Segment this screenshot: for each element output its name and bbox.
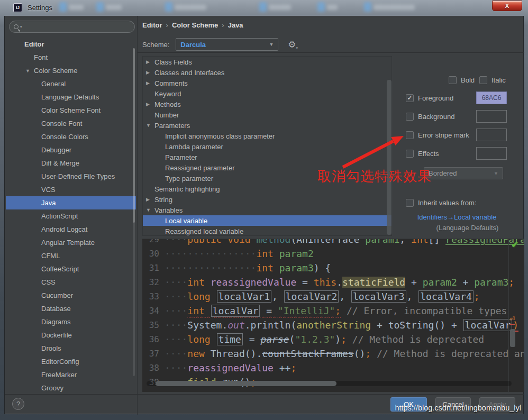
code-preview[interactable]: 29····public void method(AnInterface par…	[142, 239, 524, 392]
line-number: 36	[142, 332, 165, 346]
tree-row[interactable]: ▼Parameters	[143, 120, 392, 131]
tree-row[interactable]: ▶Methods	[143, 99, 392, 109]
background-checkbox[interactable]	[406, 113, 414, 121]
effects-type-select[interactable]: Bordered ▼	[424, 167, 503, 179]
sidebar-item[interactable]: Cucumber	[6, 289, 136, 302]
tree-row[interactable]: Keyword	[143, 88, 392, 99]
sidebar-item[interactable]: Java	[6, 196, 136, 209]
editor-hscrollbar-thumb[interactable]	[156, 381, 336, 386]
code-line: 36····long time = parse("1.2.3"); // Met…	[142, 332, 524, 346]
close-button[interactable]: X	[492, 1, 522, 11]
sidebar-item[interactable]: Diagrams	[6, 315, 136, 328]
sidebar-item[interactable]: Editor	[6, 38, 136, 51]
error-stripe-option: Error stripe mark	[406, 131, 469, 139]
sidebar-item[interactable]: General	[6, 77, 136, 90]
scheme-value: Darcula	[180, 41, 269, 49]
sidebar-scrollbar-thumb[interactable]	[133, 48, 135, 223]
bold-option: Bold	[449, 76, 475, 84]
inspection-ok-icon[interactable]: ✔	[511, 239, 518, 250]
item-label: Keyword	[154, 90, 181, 98]
code-line: 30················int param2	[142, 246, 524, 261]
chevron-expanded-icon[interactable]: ▼	[146, 123, 151, 128]
tree-row[interactable]: ▶Class Fields	[143, 57, 392, 67]
chevron-collapsed-icon[interactable]: ▶	[146, 59, 150, 65]
error-stripe-color-swatch[interactable]	[476, 129, 507, 141]
background-color-swatch[interactable]	[476, 110, 507, 123]
item-label: Reassigned parameter	[165, 164, 235, 172]
tree-row[interactable]: ▶Comments	[143, 78, 392, 88]
italic-label: Italic	[491, 76, 506, 84]
help-button[interactable]: ?	[12, 398, 24, 410]
sidebar-item[interactable]: FreeMarker	[6, 368, 136, 381]
line-number: 33	[142, 289, 165, 304]
sidebar-item[interactable]: CoffeeScript	[6, 262, 136, 276]
foreground-option: Foreground	[406, 94, 453, 102]
screen: IJ Settings X ▾ EditorFont▼Color SchemeG…	[0, 0, 528, 420]
tree-row[interactable]: Local variable	[143, 215, 392, 226]
sidebar-item[interactable]: Angular Template	[6, 236, 136, 249]
sidebar-item[interactable]: Database	[6, 302, 136, 315]
code-text: ················int param3) {	[165, 261, 524, 275]
error-stripe-checkbox[interactable]	[406, 131, 414, 139]
tree-scrollbar-thumb[interactable]	[387, 80, 392, 235]
tree-row[interactable]: Reassigned local variable	[143, 226, 392, 236]
breadcrumb-item[interactable]: Editor	[142, 21, 162, 29]
breadcrumb-item[interactable]: Color Scheme	[172, 21, 218, 29]
code-text: ····reassignedValue ++;	[165, 361, 524, 375]
sidebar-item[interactable]: Diff & Merge	[6, 157, 136, 170]
scheme-select[interactable]: Darcula ▼	[176, 38, 278, 51]
sidebar-item[interactable]: Drools	[6, 342, 136, 355]
bold-checkbox[interactable]	[449, 76, 457, 84]
item-label: Diagrams	[41, 318, 71, 326]
effects-checkbox[interactable]	[406, 150, 414, 158]
tree-row[interactable]: Lambda parameter	[143, 141, 392, 152]
chevron-expanded-icon[interactable]: ▼	[146, 207, 151, 213]
effects-color-swatch[interactable]	[476, 147, 507, 160]
chevron-collapsed-icon[interactable]: ▶	[146, 197, 150, 202]
item-label: Diff & Merge	[41, 159, 79, 167]
chevron-collapsed-icon[interactable]: ▶	[146, 80, 150, 86]
search-input[interactable]: ▾	[9, 21, 135, 33]
sidebar-item[interactable]: CSS	[6, 276, 136, 289]
italic-checkbox[interactable]	[479, 76, 487, 84]
error-stripe-label: Error stripe mark	[418, 131, 469, 139]
tree-row[interactable]: ▶Classes and Interfaces	[143, 67, 392, 78]
chevron-collapsed-icon[interactable]: ▶	[146, 102, 150, 107]
sidebar-item[interactable]: CFML	[6, 249, 136, 262]
sidebar-item[interactable]: Dockerfile	[6, 328, 136, 342]
inherit-link[interactable]: Identifiers→Local variable	[397, 213, 516, 221]
sidebar-item[interactable]: Console Font	[6, 117, 136, 130]
sidebar-item[interactable]: VCS	[6, 183, 136, 196]
breadcrumb-item[interactable]: Java	[228, 21, 243, 29]
taskbar-blob	[364, 2, 371, 12]
item-label: Android Logcat	[41, 225, 87, 233]
taskbar-blob	[96, 2, 104, 12]
sidebar-item[interactable]: User-Defined File Types	[6, 170, 136, 183]
tree-row[interactable]: Parameter	[143, 152, 392, 162]
item-label: Console Font	[41, 120, 82, 127]
sidebar-item[interactable]: Debugger	[6, 143, 136, 157]
tree-row[interactable]: Implicit anonymous class parameter	[143, 131, 392, 141]
chevron-expanded-icon[interactable]: ▼	[25, 68, 30, 74]
code-line: 38····reassignedValue ++;	[142, 361, 524, 375]
editor-vscrollbar-thumb[interactable]	[510, 329, 515, 347]
chevron-collapsed-icon[interactable]: ▶	[146, 70, 150, 75]
sidebar-item[interactable]: Groovy	[6, 381, 136, 395]
taskbar-blob	[327, 5, 338, 10]
sidebar-item[interactable]: Android Logcat	[6, 223, 136, 236]
foreground-checkbox[interactable]	[406, 94, 414, 102]
sidebar-item[interactable]: ActionScript	[6, 209, 136, 223]
gear-icon[interactable]: ⚙▾	[288, 39, 298, 50]
tree-row[interactable]: ▶String	[143, 194, 392, 205]
inherit-checkbox[interactable]	[406, 199, 414, 207]
sidebar-item[interactable]: EditorConfig	[6, 355, 136, 368]
tree-row[interactable]: ▼Variables	[143, 205, 392, 215]
tree-row[interactable]: Number	[143, 109, 392, 120]
sidebar-item[interactable]: Language Defaults	[6, 90, 136, 104]
sidebar-item[interactable]: Color Scheme Font	[6, 104, 136, 117]
sidebar-item[interactable]: ▼Color Scheme	[6, 64, 136, 77]
sidebar-item[interactable]: Console Colors	[6, 130, 136, 143]
scheme-row: Scheme: Darcula ▼ ⚙▾	[142, 38, 298, 51]
foreground-color-swatch[interactable]: 68AC6	[476, 92, 507, 104]
sidebar-item[interactable]: Font	[6, 51, 136, 64]
